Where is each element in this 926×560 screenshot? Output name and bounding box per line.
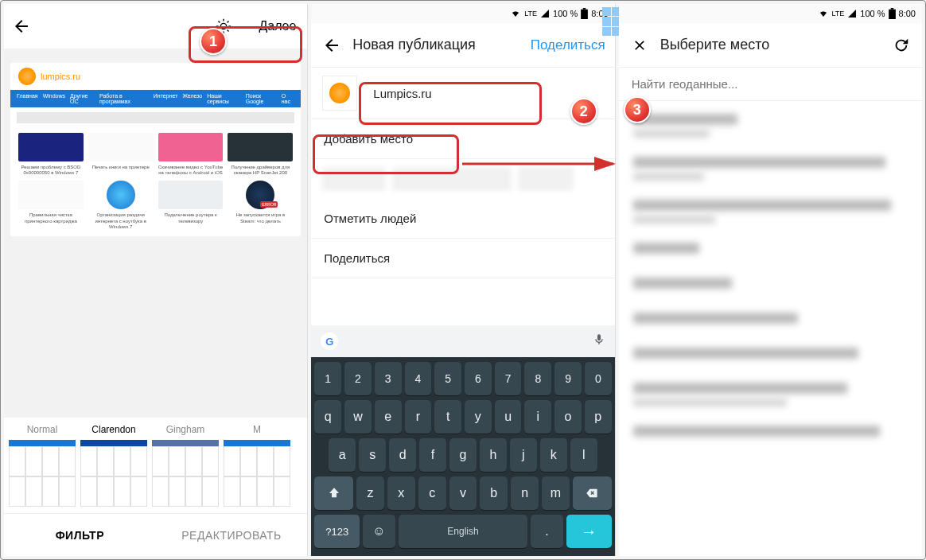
chip[interactable] xyxy=(322,167,386,191)
page-title: Новая публикация xyxy=(352,37,520,53)
badge-1: 1 xyxy=(200,28,227,55)
post-thumbnail[interactable] xyxy=(322,76,357,111)
svg-rect-13 xyxy=(890,8,893,10)
filter-more[interactable]: M xyxy=(224,424,290,507)
shift-key xyxy=(314,476,353,510)
screen-new-post: LTE 100 % 8:00 Новая публикация Поделить… xyxy=(311,4,615,556)
svg-line-5 xyxy=(219,21,220,22)
battery-icon xyxy=(581,8,588,19)
tag-people-row[interactable]: Отметить людей xyxy=(311,199,614,239)
wifi-icon xyxy=(818,9,829,18)
site-name: lumpics.ru xyxy=(41,72,80,81)
filter-normal[interactable]: Normal xyxy=(9,424,76,507)
keyboard[interactable]: 1234567890 qwertyuiop asdfghjkl zxcvbnm … xyxy=(311,357,614,556)
share-button[interactable]: Поделиться xyxy=(531,37,605,53)
screen-filter: Далее 1 lumpics.ru Главная Windows Други… xyxy=(4,4,308,556)
svg-rect-12 xyxy=(889,10,896,19)
search-input[interactable] xyxy=(632,77,909,91)
list-item[interactable] xyxy=(619,104,922,147)
svg-rect-10 xyxy=(583,8,586,10)
back-icon[interactable] xyxy=(10,15,33,37)
share-to-row[interactable]: Поделиться xyxy=(311,239,614,278)
list-item[interactable] xyxy=(619,373,922,416)
next-button[interactable]: Далее xyxy=(259,19,296,33)
tab-edit[interactable]: РЕДАКТИРОВАТЬ xyxy=(156,514,308,556)
svg-line-8 xyxy=(228,21,229,22)
badge-3: 3 xyxy=(624,96,651,123)
svg-rect-9 xyxy=(581,10,588,19)
mic-icon[interactable] xyxy=(593,332,605,351)
filter-gingham[interactable]: Gingham xyxy=(152,424,219,507)
close-icon[interactable] xyxy=(628,34,651,56)
badge-2: 2 xyxy=(570,98,597,125)
arrow-icon xyxy=(462,152,621,176)
filter-strip[interactable]: Normal Clarendon Gingham M xyxy=(4,418,307,513)
status-bar: LTE 100 % 8:00 xyxy=(311,4,614,23)
refresh-icon[interactable] xyxy=(890,34,912,56)
filter-clarendon[interactable]: Clarendon xyxy=(80,424,147,507)
caption-input[interactable]: Lumpics.ru xyxy=(367,84,603,103)
battery-icon xyxy=(889,8,896,19)
list-item[interactable] xyxy=(619,338,922,373)
caption-row: Lumpics.ru xyxy=(311,68,614,119)
list-item[interactable] xyxy=(619,303,922,338)
google-icon[interactable]: G xyxy=(321,332,338,350)
location-results xyxy=(619,101,922,454)
signal-icon xyxy=(540,9,550,18)
logo-icon xyxy=(18,68,36,85)
list-item[interactable] xyxy=(619,147,922,190)
list-item[interactable] xyxy=(619,416,922,451)
signal-icon xyxy=(847,9,857,18)
image-preview: lumpics.ru Главная Windows Другие ОС Раб… xyxy=(4,49,307,241)
list-item[interactable] xyxy=(619,268,922,303)
bottom-tabs: ФИЛЬТР РЕДАКТИРОВАТЬ xyxy=(4,513,307,556)
symbols-key[interactable]: ?123 xyxy=(314,515,360,548)
tab-filter[interactable]: ФИЛЬТР xyxy=(4,514,156,556)
list-item[interactable] xyxy=(619,233,922,268)
enter-key: → xyxy=(566,515,612,548)
space-key[interactable]: English xyxy=(399,515,527,548)
svg-line-6 xyxy=(228,30,229,32)
backspace-key xyxy=(573,476,612,510)
back-icon[interactable] xyxy=(321,34,343,56)
status-bar: LTE 100 % 8:00 xyxy=(619,4,922,23)
list-item[interactable] xyxy=(619,190,922,233)
svg-point-0 xyxy=(221,23,227,29)
page-title: Выберите место xyxy=(660,37,881,53)
screen-location: LTE 100 % 8:00 Выберите место 3 xyxy=(619,4,922,556)
emoji-key: ☺ xyxy=(363,515,395,548)
wifi-icon xyxy=(510,9,521,18)
